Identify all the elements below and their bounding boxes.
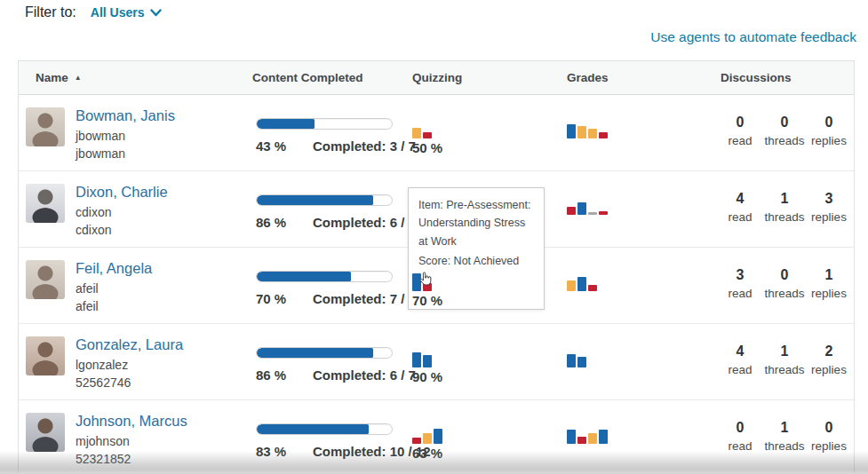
quizzing-chart[interactable] [412,348,432,367]
avatar [26,413,65,452]
content-percent: 43 % [256,138,286,154]
quizzing-percent: 63 % [412,446,442,461]
content-progress-bar[interactable] [256,194,393,206]
student-name-link[interactable]: Dixon, Charlie [76,184,168,201]
avatar [26,184,65,223]
quizzing-percent: 70 % [412,293,442,308]
threads-label: threads [762,439,807,453]
replies-label: replies [807,134,851,147]
name-column-header[interactable]: Name ▲ [36,71,82,84]
threads-count: 0 [762,267,807,283]
content-percent: 86 % [256,367,286,383]
all-users-dropdown[interactable]: All Users [91,5,162,20]
content-progress-fill [257,119,315,129]
threads-count: 1 [762,344,807,359]
grades-column-header: Grades [567,71,609,84]
quizzing-chart[interactable] [412,119,432,138]
org-defined-id: 52321852 [76,452,131,466]
replies-count: 3 [807,191,851,207]
content-percent: 70 % [256,291,286,306]
content-completed-ratio: Completed: 7 / 10 [313,291,423,306]
replies-stat: 3 replies [807,191,851,224]
replies-label: replies [807,439,851,453]
grades-chart[interactable] [567,424,608,444]
discussion-stats: 4 read 1 threads 3 replies [718,191,851,224]
threads-stat: 0 threads [762,267,807,300]
read-stat: 4 read [718,344,762,376]
read-count: 4 [718,344,762,359]
grades-chart[interactable] [567,348,586,367]
student-name-link[interactable]: Johnson, Marcus [76,413,187,430]
table-row: Bowman, Janis jbowman jbowman 43 % Compl… [19,95,854,171]
avatar [26,107,65,146]
replies-count: 0 [807,420,851,436]
org-defined-id: 52562746 [76,375,131,390]
threads-stat: 0 threads [762,115,807,147]
replies-count: 0 [807,115,851,130]
read-stat: 0 read [718,420,762,453]
replies-stat: 1 replies [807,267,851,300]
read-stat: 3 read [718,267,762,300]
threads-stat: 1 threads [762,344,807,376]
quizzing-percent: 90 % [412,369,442,384]
threads-count: 0 [762,115,807,130]
replies-label: replies [807,210,851,224]
content-progress-bar[interactable] [256,271,393,282]
read-stat: 4 read [718,191,762,224]
student-name-link[interactable]: Feil, Angela [76,260,152,277]
discussions-column-header: Discussions [721,71,792,84]
read-stat: 0 read [718,115,762,147]
username: afeil [76,281,99,296]
discussion-stats: 0 read 0 threads 0 replies [718,115,851,147]
grades-chart[interactable] [567,272,597,291]
grades-chart[interactable] [567,119,608,138]
read-label: read [718,287,762,300]
quizzing-percent: 50 % [412,140,442,155]
threads-label: threads [762,363,807,376]
sort-ascending-icon: ▲ [75,74,82,82]
replies-stat: 0 replies [807,115,851,147]
discussion-stats: 0 read 1 threads 0 replies [718,420,851,453]
discussion-stats: 3 read 0 threads 1 replies [718,267,851,300]
chevron-down-icon [150,9,162,17]
username: lgonzalez [76,358,128,372]
content-completed-column-header: Content Completed [252,71,363,84]
quizzing-chart[interactable] [412,424,442,444]
avatar [26,336,65,375]
filter-label: Filter to: [25,4,76,20]
read-count: 4 [718,191,762,207]
read-label: read [718,363,762,376]
read-label: read [718,134,762,147]
discussion-stats: 4 read 1 threads 2 replies [718,344,851,376]
threads-stat: 1 threads [762,191,807,224]
content-progress-fill [257,195,373,205]
tooltip-item-text: Item: Pre-Assessment: Understanding Stre… [418,196,534,250]
table-row: Johnson, Marcus mjohnson 52321852 83 % C… [19,400,854,474]
content-completed-ratio: Completed: 6 / 7 [313,215,416,230]
threads-label: threads [762,210,807,224]
threads-count: 1 [762,420,807,436]
content-progress-fill [257,348,373,358]
content-progress-bar[interactable] [256,423,393,435]
table-row: Gonzalez, Laura lgonzalez 52562746 86 % … [19,324,854,400]
content-progress-fill [257,272,351,281]
filter-bar: Filter to: All Users [25,4,162,20]
replies-label: replies [807,287,851,300]
threads-stat: 1 threads [762,420,807,453]
read-count: 0 [718,420,762,436]
automate-feedback-link[interactable]: Use agents to automate feedback [650,29,856,45]
student-name-link[interactable]: Gonzalez, Laura [76,336,183,353]
read-label: read [718,210,762,224]
threads-label: threads [762,287,807,300]
name-column-label: Name [36,71,68,84]
replies-stat: 2 replies [807,344,851,376]
username: jbowman [76,129,125,143]
username: mjohnson [76,434,130,448]
grades-chart[interactable] [567,195,608,215]
threads-label: threads [762,134,807,147]
replies-count: 1 [807,267,851,283]
content-progress-bar[interactable] [256,347,393,359]
org-defined-id: cdixon [76,223,111,237]
content-progress-bar[interactable] [256,118,393,130]
student-name-link[interactable]: Bowman, Janis [76,107,175,124]
